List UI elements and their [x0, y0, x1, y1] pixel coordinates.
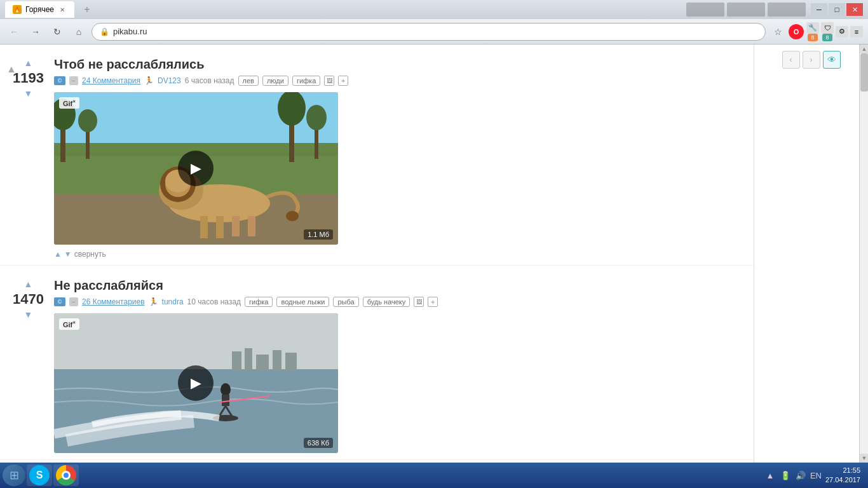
address-text: pikabu.ru — [113, 27, 147, 36]
forward-button[interactable]: → — [27, 23, 44, 41]
post-title-1[interactable]: Чтоб не расслаблялись — [54, 57, 741, 72]
tray-network-icon[interactable]: 🔋 — [780, 470, 791, 481]
system-tray: ▲ 🔋 🔊 EN 21:55 27.04.2017 — [759, 466, 865, 485]
taskbar-chrome[interactable] — [53, 464, 79, 486]
tray-clock[interactable]: 21:55 27.04.2017 — [825, 466, 860, 485]
svg-point-10 — [306, 105, 327, 130]
scroll-up-arrow[interactable]: ▲ — [6, 64, 17, 75]
refresh-button[interactable]: ↻ — [48, 23, 66, 41]
meta-img-icon-2[interactable]: 🖼 — [414, 297, 424, 307]
browser-actions: ☆ O 🔧 8 🛡 8 ⚙ ≡ — [770, 22, 863, 41]
post-body-2: Не расслабляйся © − 26 Комментариев 🏃 tu… — [54, 278, 741, 453]
scrollbar-down-button[interactable]: ▼ — [860, 454, 868, 463]
meta-minus-2[interactable]: − — [69, 297, 78, 306]
extension-1[interactable]: 🔧 8 — [806, 22, 819, 41]
extension-2[interactable]: 🛡 8 — [821, 22, 834, 41]
tray-show-desktop[interactable]: ▲ — [764, 470, 776, 481]
vote-down-2[interactable]: ▼ — [21, 309, 35, 320]
collapse-down-arrow-1: ▼ — [64, 250, 72, 259]
gif-label-1: Gif× — [59, 97, 79, 109]
bookmark-button[interactable]: ☆ — [770, 24, 786, 40]
post-2: ▲ 1470 ▼ Не расслабляйся © − 26 Коммента… — [0, 272, 754, 460]
scrollbar: ▲ ▼ — [859, 44, 868, 463]
right-panel: ‹ › 👁 — [754, 44, 868, 463]
svg-point-6 — [78, 109, 97, 132]
meta-author-2[interactable]: tundra — [162, 297, 184, 306]
close-button[interactable]: ✕ — [846, 3, 863, 16]
meta-tag-beware[interactable]: будь начеку — [363, 297, 410, 307]
tray-time: 21:55 — [825, 466, 860, 475]
address-lock-icon: 🔒 — [100, 27, 109, 36]
new-tab-button[interactable]: + — [79, 2, 95, 17]
start-button[interactable]: ⊞ — [3, 464, 25, 486]
home-button[interactable]: ⌂ — [70, 23, 88, 41]
address-bar[interactable]: 🔒 pikabu.ru — [92, 23, 766, 41]
meta-time-2: 10 часов назад — [187, 297, 241, 306]
meta-camera-icon-2: © — [54, 297, 65, 306]
gif-container-2[interactable]: Gif× ▶ 638 Кб — [54, 313, 338, 453]
meta-comments-2[interactable]: 26 Комментариев — [82, 297, 145, 306]
meta-comments-1[interactable]: 24 Комментария — [82, 76, 140, 85]
back-button[interactable]: ← — [5, 23, 23, 41]
post-meta-2: © − 26 Комментариев 🏃 tundra 10 часов на… — [54, 297, 741, 307]
gif-container-1[interactable]: Gif× ▶ 1.1 Мб — [54, 92, 338, 245]
scrollbar-up-button[interactable]: ▲ — [860, 44, 868, 53]
scrollbar-thumb[interactable] — [860, 53, 868, 92]
play-button-2[interactable]: ▶ — [178, 365, 214, 401]
thumb-preview-1 — [686, 3, 724, 17]
svg-point-28 — [220, 383, 231, 396]
vote-section-1: ▲ 1193 ▼ — [13, 57, 44, 259]
ext-badge-2: 8 — [822, 34, 832, 41]
chrome-inner-circle — [62, 471, 71, 480]
meta-img-icon-1[interactable]: 🖼 — [324, 76, 334, 86]
meta-tag-gifka-1[interactable]: гифка — [292, 76, 320, 86]
tab-favicon: 🔥 — [13, 5, 22, 14]
post-meta-1: © − 24 Комментария 🏃 DV123 6 часов назад… — [54, 76, 741, 86]
meta-author-1[interactable]: DV123 — [158, 76, 181, 85]
panel-back-button[interactable]: ‹ — [782, 51, 800, 69]
minimize-button[interactable]: ─ — [811, 3, 827, 16]
vote-score-1: 1193 — [13, 70, 44, 86]
panel-forward-button[interactable]: › — [803, 51, 820, 69]
meta-tag-lev[interactable]: лев — [238, 76, 259, 86]
svg-rect-26 — [273, 350, 281, 370]
meta-separator-1: 🏃 — [144, 76, 154, 85]
svg-rect-24 — [245, 348, 252, 370]
vote-up-1[interactable]: ▲ — [21, 57, 35, 69]
panel-navigation: ‹ › 👁 — [782, 51, 841, 69]
tab-close-button[interactable]: ✕ — [58, 5, 67, 14]
meta-tag-people[interactable]: люди — [262, 76, 288, 86]
post-1: ▲ 1193 ▼ Чтоб не расслаблялись © − 24 Ко… — [0, 51, 754, 266]
tray-locale-icon[interactable]: EN — [810, 470, 822, 481]
tray-volume-icon[interactable]: 🔊 — [795, 470, 806, 481]
window-controls: ─ □ ✕ — [811, 3, 863, 16]
vote-down-1[interactable]: ▼ — [21, 88, 35, 99]
post-body-1: Чтоб не расслаблялись © − 24 Комментария… — [54, 57, 741, 259]
collapse-button-1[interactable]: ▲ ▼ свернуть — [54, 250, 741, 259]
tray-date: 27.04.2017 — [825, 475, 860, 485]
vote-up-2[interactable]: ▲ — [21, 278, 35, 290]
meta-add-icon-2[interactable]: + — [428, 297, 438, 307]
svg-rect-19 — [248, 216, 255, 236]
meta-add-icon-1[interactable]: + — [338, 76, 348, 86]
gif-size-1: 1.1 Мб — [304, 229, 333, 240]
vote-score-2: 1470 — [13, 291, 44, 308]
opera-icon[interactable]: O — [789, 24, 804, 39]
meta-tag-waterski[interactable]: водные лыжи — [276, 297, 329, 307]
meta-tag-gifka-2[interactable]: гифка — [245, 297, 273, 307]
active-tab[interactable]: 🔥 Горячее ✕ — [5, 1, 74, 18]
collapse-label-1: свернуть — [74, 250, 106, 259]
panel-eye-button[interactable]: 👁 — [823, 51, 841, 69]
gif-size-2: 638 Кб — [304, 438, 333, 448]
post-title-2[interactable]: Не расслабляйся — [54, 278, 741, 293]
taskbar-skype[interactable]: S — [27, 464, 52, 486]
meta-tag-fish[interactable]: рыба — [333, 297, 358, 307]
play-button-1[interactable]: ▶ — [178, 151, 214, 186]
maximize-button[interactable]: □ — [829, 3, 845, 16]
extension-3[interactable]: ⚙ — [836, 26, 848, 37]
meta-minus-1[interactable]: − — [69, 76, 78, 85]
extension-4[interactable]: ≡ — [850, 26, 863, 37]
skype-icon: S — [29, 465, 50, 485]
svg-rect-27 — [285, 353, 297, 370]
gif-label-2: Gif× — [59, 318, 79, 330]
